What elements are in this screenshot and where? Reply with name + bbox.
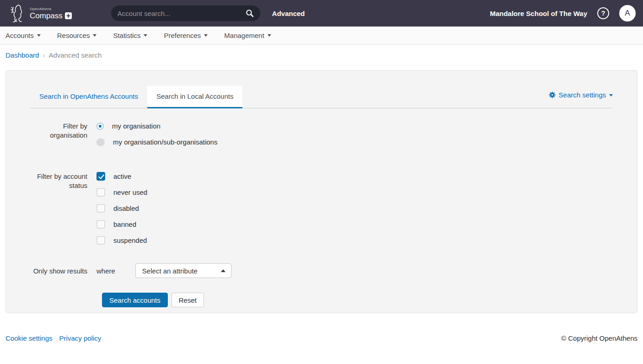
account-status-options: active never used disabled banned suspen… — [96, 171, 147, 252]
privacy-policy-link[interactable]: Privacy policy — [59, 334, 102, 342]
radio-row-my-sub-organisations: my organisation/sub-organisations — [96, 137, 217, 147]
nav-item-statistics[interactable]: Statistics — [113, 32, 147, 39]
nav-item-resources[interactable]: Resources — [57, 32, 97, 39]
account-search-input[interactable] — [118, 10, 246, 17]
search-settings-dropdown[interactable]: Search settings — [549, 91, 613, 103]
radio-label[interactable]: my organisation/sub-organisations — [113, 138, 217, 146]
nav-item-label: Management — [224, 32, 264, 39]
cookie-settings-link[interactable]: Cookie settings — [5, 334, 53, 342]
search-icon — [246, 9, 254, 17]
help-icon[interactable]: ? — [597, 7, 609, 19]
checkbox-label[interactable]: active — [113, 172, 131, 180]
top-header: OpenAthens Compass Advanc — [0, 0, 643, 27]
form-actions: Search accounts Reset — [102, 293, 637, 307]
organisation-name: Mandalore School of The Way — [490, 10, 587, 17]
checkbox-never-used[interactable] — [96, 188, 105, 197]
checkbox-label[interactable]: never used — [113, 188, 147, 196]
gear-icon — [549, 91, 556, 98]
checkbox-banned[interactable] — [96, 220, 105, 229]
copyright-text: © Copyright OpenAthens — [561, 334, 638, 342]
chevron-down-icon — [37, 34, 41, 37]
advanced-search-link[interactable]: Advanced — [272, 10, 305, 17]
breadcrumb: Dashboard › Advanced search — [0, 45, 643, 64]
checkbox-row-banned: banned — [96, 219, 147, 229]
tab-search-local-accounts[interactable]: Search in Local Accounts — [147, 86, 242, 108]
logo-wordmark: OpenAthens Compass — [30, 7, 72, 20]
results-filter-row: Only show results where Select an attrib… — [6, 263, 637, 278]
account-status-filter-row: Filter by account status active never us… — [6, 171, 637, 252]
checkbox-label[interactable]: banned — [113, 220, 136, 228]
nav-item-label: Accounts — [5, 32, 34, 39]
checkbox-row-disabled: disabled — [96, 203, 147, 213]
nav-item-label: Resources — [57, 32, 90, 39]
breadcrumb-separator-icon: › — [43, 51, 45, 59]
chevron-down-icon — [144, 34, 147, 37]
tab-search-openathens-accounts[interactable]: Search in OpenAthens Accounts — [30, 86, 147, 108]
tabs-row: Search in OpenAthens Accounts Search in … — [30, 86, 613, 108]
radio-label[interactable]: my organisation — [112, 122, 161, 130]
nav-item-label: Statistics — [113, 32, 140, 39]
breadcrumb-current: Advanced search — [48, 51, 102, 59]
compass-plus-icon — [65, 12, 72, 19]
checkbox-disabled[interactable] — [96, 204, 105, 213]
local-accounts-search-form: Filter by organisation my organisation m… — [6, 108, 637, 307]
chevron-down-icon — [268, 34, 271, 37]
logo-brand-top: OpenAthens — [30, 7, 72, 11]
chevron-up-icon — [221, 269, 225, 272]
nav-item-preferences[interactable]: Preferences — [164, 32, 208, 39]
radio-my-organisation[interactable] — [97, 123, 103, 129]
openathens-owl-icon — [7, 3, 27, 24]
radio-my-sub-organisations[interactable] — [96, 138, 105, 146]
checkbox-suspended[interactable] — [96, 236, 105, 245]
organisation-filter-row: Filter by organisation my organisation m… — [6, 121, 637, 153]
chevron-down-icon — [204, 34, 208, 37]
organisation-options: my organisation my organisation/sub-orga… — [96, 121, 217, 153]
chevron-down-icon — [609, 94, 613, 96]
account-status-filter-label: Filter by account status — [29, 171, 87, 190]
openathens-compass-logo[interactable]: OpenAthens Compass — [7, 3, 72, 24]
radio-row-my-organisation: my organisation — [96, 121, 217, 131]
page-footer: Cookie settings Privacy policy © Copyrig… — [0, 334, 643, 342]
logo-brand-bottom: Compass — [30, 12, 63, 20]
avatar[interactable]: A — [619, 5, 636, 21]
organisation-filter-label: Filter by organisation — [29, 121, 87, 140]
checkbox-row-suspended: suspended — [96, 236, 147, 245]
nav-item-management[interactable]: Management — [224, 32, 271, 39]
checkbox-label[interactable]: disabled — [113, 204, 139, 212]
results-filter-controls: where Select an attribute — [96, 263, 231, 278]
reset-button[interactable]: Reset — [171, 293, 204, 307]
search-settings-label: Search settings — [559, 91, 606, 99]
breadcrumb-dashboard-link[interactable]: Dashboard — [5, 51, 39, 59]
nav-item-label: Preferences — [164, 32, 201, 39]
attribute-select-value: Select an attribute — [142, 267, 221, 275]
main-navbar: Accounts Resources Statistics Preference… — [0, 27, 643, 45]
nav-item-accounts[interactable]: Accounts — [5, 32, 41, 39]
header-right-group: Mandalore School of The Way ? A — [490, 5, 636, 21]
search-submit-button[interactable] — [246, 9, 254, 17]
checkbox-row-active: active — [96, 171, 147, 181]
search-tabs: Search in OpenAthens Accounts Search in … — [30, 86, 242, 108]
checkbox-row-never-used: never used — [96, 187, 147, 197]
where-label: where — [96, 267, 115, 275]
chevron-down-icon — [93, 34, 96, 37]
attribute-select[interactable]: Select an attribute — [135, 263, 231, 278]
search-accounts-button[interactable]: Search accounts — [102, 293, 168, 307]
advanced-search-panel: Search in OpenAthens Accounts Search in … — [5, 70, 638, 313]
checkbox-label[interactable]: suspended — [113, 236, 147, 244]
checkbox-active[interactable] — [96, 172, 105, 181]
results-filter-label: Only show results — [29, 266, 87, 276]
account-search-bar — [111, 5, 260, 21]
